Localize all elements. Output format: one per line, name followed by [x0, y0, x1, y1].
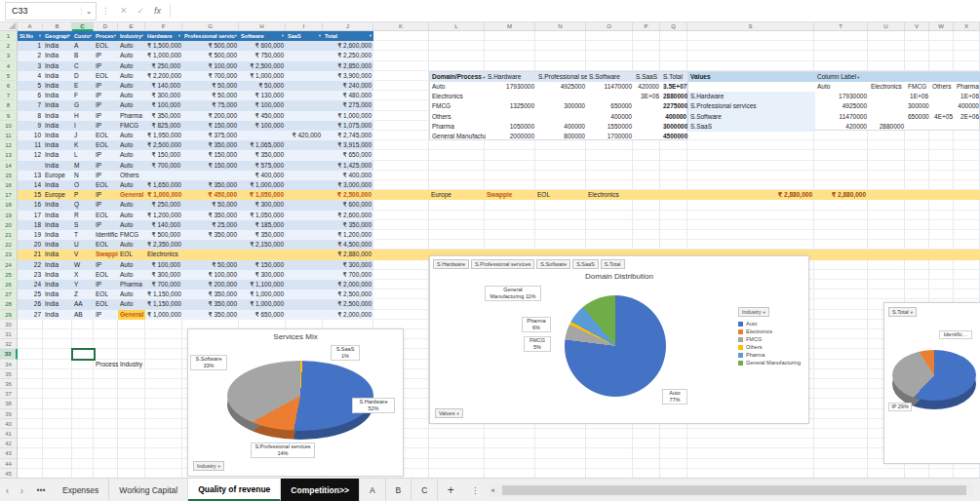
pivot-value-cell[interactable]: [486, 112, 536, 122]
table-cell[interactable]: [286, 310, 323, 320]
column-header-E[interactable]: E: [118, 21, 145, 31]
sheet-tab-c[interactable]: C: [412, 479, 438, 501]
table-cell[interactable]: A: [72, 41, 94, 51]
table-cell[interactable]: ₹ 200,000: [182, 280, 239, 289]
column-header-S[interactable]: S: [687, 21, 814, 31]
row-header-34[interactable]: 34: [0, 360, 18, 369]
table-cell[interactable]: ₹ 350,000: [182, 310, 239, 320]
row-header-41[interactable]: 41: [0, 429, 18, 439]
row-header-10[interactable]: 10: [0, 121, 18, 131]
table-cell[interactable]: W: [72, 260, 94, 270]
table-cell[interactable]: EOL: [94, 211, 118, 220]
table-cell[interactable]: Auto: [118, 131, 145, 140]
table-cell[interactable]: ₹ 50,000: [239, 81, 286, 91]
table-cell[interactable]: ₹ 3,915,000: [323, 140, 373, 150]
table-cell[interactable]: India: [43, 299, 72, 309]
table-cell[interactable]: [286, 140, 323, 150]
table-cell[interactable]: 11: [18, 140, 43, 150]
table-cell[interactable]: India: [43, 270, 72, 280]
table-header-cell[interactable]: SaaS▾: [286, 31, 323, 41]
table-cell[interactable]: Auto: [118, 140, 145, 150]
pivot-value-cell[interactable]: 4925000: [815, 101, 869, 111]
row-header-44[interactable]: 44: [0, 459, 18, 469]
pivot-row-label[interactable]: S.SaaS: [688, 122, 815, 132]
table-cell[interactable]: ₹ 2,500,000: [323, 289, 373, 299]
table-cell[interactable]: ₹ 350,000: [182, 140, 239, 150]
table-cell[interactable]: ₹ 2,500,000: [239, 61, 286, 71]
filter-caret-icon[interactable]: ▾: [370, 33, 372, 39]
add-sheet-button[interactable]: +: [438, 479, 463, 501]
table-cell[interactable]: ₹ 2,200,000: [145, 71, 182, 81]
table-cell[interactable]: Auto: [118, 180, 145, 190]
table-cell[interactable]: ₹ 2,500,000: [323, 299, 373, 309]
table-row[interactable]: 19IndiaTIdentificationFMCG₹ 500,000₹ 350…: [18, 230, 373, 240]
table-cell[interactable]: ₹ 1,000,000: [323, 111, 373, 121]
column-header-X[interactable]: X: [954, 21, 980, 31]
table-cell[interactable]: 5: [18, 81, 43, 91]
pivot-value-cell[interactable]: [906, 122, 930, 132]
pivot-row-label[interactable]: Others: [430, 112, 486, 122]
pivot-row-label[interactable]: S.Software: [688, 112, 815, 122]
filter-caret-icon[interactable]: ▾: [68, 33, 70, 39]
table-cell[interactable]: India: [43, 220, 72, 230]
table-cell[interactable]: ₹ 600,000: [239, 41, 286, 51]
table-cell[interactable]: ₹ 1,000,000: [145, 51, 182, 60]
table-cell[interactable]: ₹ 2,880,000: [323, 250, 373, 259]
table-cell[interactable]: India: [43, 240, 72, 250]
table-cell[interactable]: ₹ 350,000: [239, 230, 286, 240]
table-cell[interactable]: P: [72, 190, 94, 200]
table-header-cell[interactable]: Sl.No▾: [18, 31, 43, 41]
table-cell[interactable]: India: [43, 41, 72, 51]
table-cell[interactable]: ₹ 750,000: [239, 51, 286, 60]
pivot-value-cell[interactable]: 420000: [634, 82, 661, 92]
values-button[interactable]: Values ▾: [435, 408, 463, 418]
pivot-row-field-label[interactable]: Domain/Process ▾: [430, 72, 486, 82]
filter-caret-icon[interactable]: ▾: [482, 75, 486, 80]
table-row[interactable]: 12IndiaLIPAuto₹ 150,000₹ 150,000₹ 350,00…: [18, 150, 373, 160]
table-cell[interactable]: ₹ 350,000: [182, 180, 239, 190]
industry-filter-button[interactable]: Industry ▾: [193, 461, 224, 471]
row-header-33[interactable]: 33: [0, 349, 18, 359]
table-cell[interactable]: Others: [118, 171, 145, 180]
highlight-row-cell[interactable]: ₹ 2,880,000: [687, 190, 814, 200]
table-cell[interactable]: India: [43, 200, 72, 210]
table-cell[interactable]: 16: [18, 200, 43, 210]
selected-cell[interactable]: [71, 348, 96, 360]
table-cell[interactable]: India: [43, 150, 72, 160]
next-sheet-button[interactable]: ›: [15, 479, 29, 501]
pivot-value-cell[interactable]: [634, 132, 661, 141]
pivot-value-cell[interactable]: 2E+06: [955, 112, 980, 122]
table-cell[interactable]: ₹ 50,000: [182, 260, 239, 270]
table-cell[interactable]: Auto: [118, 100, 145, 110]
pivot-value-cell[interactable]: 17930000: [815, 92, 869, 101]
pivot-column-header[interactable]: S.SaaS: [634, 72, 661, 82]
pivot-row[interactable]: S.Professional services49250003000004000…: [688, 101, 980, 111]
table-cell[interactable]: India: [43, 111, 72, 121]
pivot-value-cell[interactable]: 650000: [906, 112, 930, 122]
table-cell[interactable]: ₹ 50,000: [182, 91, 239, 100]
table-cell[interactable]: [286, 200, 323, 210]
pivot-value-cell[interactable]: 300000: [906, 101, 930, 111]
scroll-left-icon[interactable]: ◂: [490, 483, 494, 497]
table-cell[interactable]: EOL: [118, 250, 145, 259]
row-header-45[interactable]: 45: [0, 469, 18, 478]
row-header-11[interactable]: 11: [0, 131, 18, 140]
table-cell[interactable]: IP: [94, 190, 118, 200]
table-cell[interactable]: EOL: [94, 180, 118, 190]
row-header-22[interactable]: 22: [0, 240, 18, 250]
highlight-row-cell[interactable]: Swappie: [485, 190, 535, 200]
row-header-3[interactable]: 3: [0, 51, 18, 60]
pivot-value-cell[interactable]: 3000000: [661, 122, 688, 132]
table-cell[interactable]: Auto: [118, 51, 145, 60]
pivot-row-label[interactable]: S.Professional services: [688, 101, 815, 111]
table-cell[interactable]: India: [43, 51, 72, 60]
column-header-N[interactable]: N: [535, 21, 586, 31]
table-cell[interactable]: EOL: [94, 270, 118, 280]
table-cell[interactable]: IP: [94, 220, 118, 230]
table-cell[interactable]: ₹ 500,000: [182, 41, 239, 51]
table-cell[interactable]: ₹ 1,150,000: [145, 289, 182, 299]
table-cell[interactable]: Auto: [118, 270, 145, 280]
scrollbar-thumb[interactable]: [502, 485, 966, 495]
table-cell[interactable]: Auto: [118, 211, 145, 220]
table-row[interactable]: 22IndiaWIPAuto₹ 100,000₹ 50,000₹ 150,000…: [18, 260, 373, 270]
